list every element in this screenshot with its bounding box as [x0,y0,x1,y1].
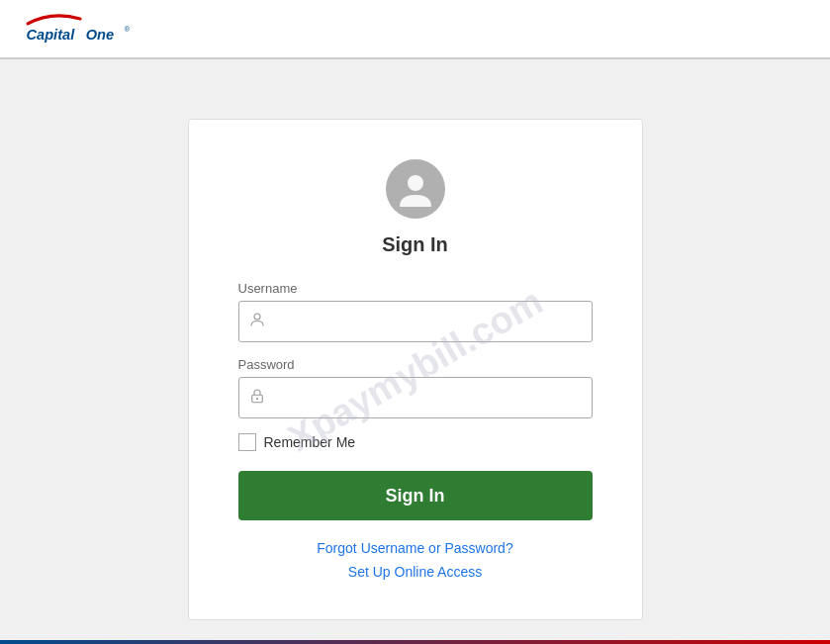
remember-me-checkbox[interactable] [238,433,256,451]
password-input-wrapper [238,377,593,418]
svg-point-6 [255,398,257,400]
logo: Capital One ® [20,7,148,51]
avatar-container [238,159,593,219]
username-group: Username [238,281,593,342]
svg-text:One: One [86,27,114,43]
svg-point-4 [254,314,260,320]
svg-point-3 [408,175,423,191]
svg-text:Capital: Capital [27,27,76,43]
username-input-wrapper [238,301,593,342]
links-container: Forgot Username or Password? Set Up Onli… [238,540,593,580]
header: Capital One ® [0,0,830,59]
password-group: Password [238,357,593,418]
lock-icon [248,387,266,409]
bottom-border [0,640,830,644]
login-card: Xpaymybill.com Sign In Username [188,119,643,620]
username-input[interactable] [238,301,593,342]
username-label: Username [238,281,593,296]
setup-online-access-link[interactable]: Set Up Online Access [348,564,482,580]
password-input[interactable] [238,377,593,418]
capital-one-logo: Capital One ® [20,7,148,51]
password-label: Password [238,357,593,372]
remember-me-label[interactable]: Remember Me [264,434,356,450]
user-icon [248,311,266,332]
sign-in-title: Sign In [238,233,593,256]
remember-me-container: Remember Me [238,433,593,451]
main-content: Xpaymybill.com Sign In Username [0,59,830,644]
user-avatar-icon [396,169,435,209]
svg-text:®: ® [125,24,131,33]
forgot-credentials-link[interactable]: Forgot Username or Password? [317,540,512,556]
sign-in-button[interactable]: Sign In [238,471,593,520]
avatar [386,159,445,219]
